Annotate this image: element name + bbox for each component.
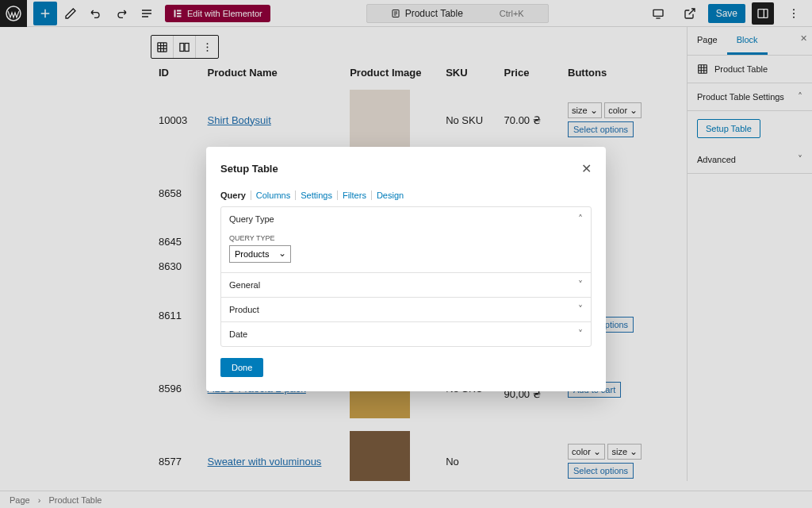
modal-close-button[interactable]: ✕ [581, 161, 592, 176]
acc-general[interactable]: General ˅ [221, 273, 591, 297]
chevron-down-icon: ˅ [578, 304, 583, 315]
chevron-down-icon: ˅ [578, 329, 583, 340]
chevron-up-icon: ˄ [578, 214, 583, 225]
chevron-down-icon: ˅ [578, 279, 583, 291]
modal-tab-query[interactable]: Query [220, 190, 251, 200]
modal-title: Setup Table [220, 163, 278, 175]
acc-product[interactable]: Product ˅ [221, 298, 591, 321]
modal-tab-settings[interactable]: Settings [296, 190, 338, 200]
modal-tab-columns[interactable]: Columns [251, 190, 296, 200]
query-type-select[interactable]: Products [229, 245, 291, 263]
modal-tab-filters[interactable]: Filters [338, 190, 372, 200]
done-button[interactable]: Done [220, 358, 263, 377]
query-type-label: QUERY TYPE [229, 234, 583, 242]
modal-tab-design[interactable]: Design [372, 190, 408, 200]
acc-date[interactable]: Date ˅ [221, 322, 591, 346]
setup-table-modal: Setup Table ✕ QueryColumnsSettingsFilter… [206, 147, 606, 391]
modal-tabs: QueryColumnsSettingsFiltersDesign [220, 190, 592, 200]
acc-query-type[interactable]: Query Type ˄ [221, 207, 591, 231]
